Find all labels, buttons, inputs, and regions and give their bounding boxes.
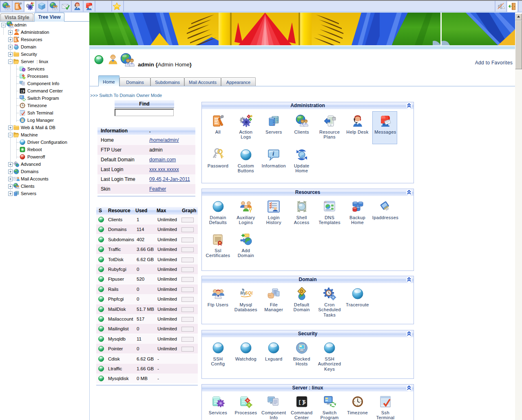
svg-text:i: i	[272, 150, 274, 157]
svg-text:SQL: SQL	[245, 291, 252, 295]
svg-text:$: $	[303, 399, 306, 405]
svg-text:D: D	[300, 289, 303, 294]
svg-text:$: $	[23, 90, 24, 93]
